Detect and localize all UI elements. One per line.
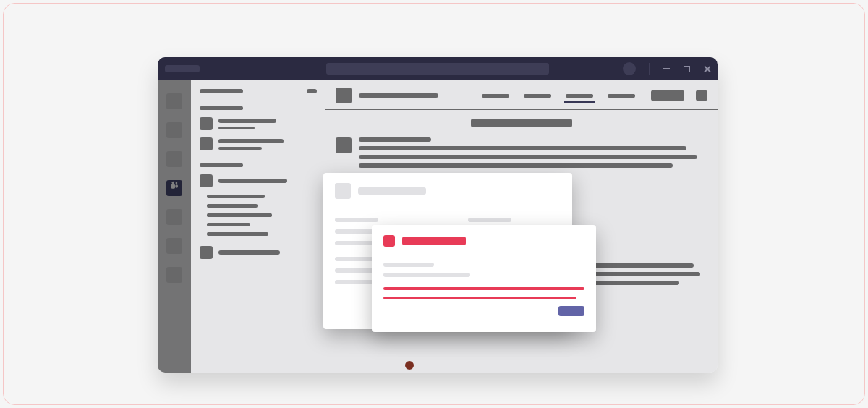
svg-point-1 [176, 182, 178, 184]
rail-item[interactable] [166, 209, 182, 225]
teams-icon [169, 180, 179, 190]
post[interactable] [336, 137, 707, 172]
team-item[interactable] [200, 174, 317, 187]
alert-card [372, 225, 596, 332]
channel-avatar [336, 88, 352, 103]
alert-icon [383, 235, 395, 247]
team-item[interactable] [200, 117, 317, 130]
tab[interactable] [524, 94, 551, 98]
channel-item[interactable] [207, 223, 250, 226]
header-dropdown[interactable] [696, 90, 707, 101]
channel-list-header [200, 89, 317, 93]
svg-rect-2 [171, 184, 175, 189]
rail-item[interactable] [166, 93, 182, 109]
close-button[interactable] [703, 65, 710, 72]
minimize-button[interactable] [663, 65, 670, 72]
app-window [158, 57, 718, 373]
header-button[interactable] [651, 90, 684, 101]
section-header [200, 163, 243, 167]
alert-action-button[interactable] [558, 306, 584, 316]
channel-item[interactable] [207, 204, 258, 208]
info-card-title [358, 187, 426, 195]
rail-item[interactable] [166, 267, 182, 283]
rail-item[interactable] [166, 151, 182, 167]
channel-header [336, 88, 707, 103]
channel-list [191, 80, 326, 373]
section-header [200, 106, 243, 110]
search-input[interactable] [326, 63, 549, 75]
app-body [158, 80, 718, 373]
channel-tabs [482, 94, 635, 98]
channel-title [359, 93, 438, 98]
avatar[interactable] [623, 62, 636, 75]
tab[interactable] [608, 94, 635, 98]
illustration-frame [3, 3, 865, 405]
alert-body-line [383, 297, 576, 299]
rail-item-teams[interactable] [166, 180, 182, 196]
alert-title [402, 237, 466, 245]
rail-item[interactable] [166, 122, 182, 138]
svg-rect-3 [175, 184, 178, 188]
date-divider [336, 119, 707, 127]
titlebar [158, 57, 718, 80]
post-avatar [336, 137, 352, 153]
tab[interactable] [482, 94, 509, 98]
divider [649, 63, 650, 75]
app-name-placeholder [165, 65, 200, 72]
channel-item[interactable] [207, 213, 272, 217]
rail-item[interactable] [166, 238, 182, 254]
notification-dot [405, 361, 414, 370]
svg-point-0 [172, 182, 175, 184]
info-card-icon [335, 183, 351, 199]
team-item[interactable] [200, 246, 317, 259]
left-rail [158, 80, 191, 373]
channel-item[interactable] [207, 195, 265, 198]
alert-body-line [383, 287, 584, 290]
maximize-button[interactable] [683, 65, 690, 72]
team-item[interactable] [200, 137, 317, 150]
channel-item[interactable] [207, 232, 268, 236]
alert-subtitle [383, 263, 434, 267]
tab-active[interactable] [566, 94, 593, 98]
